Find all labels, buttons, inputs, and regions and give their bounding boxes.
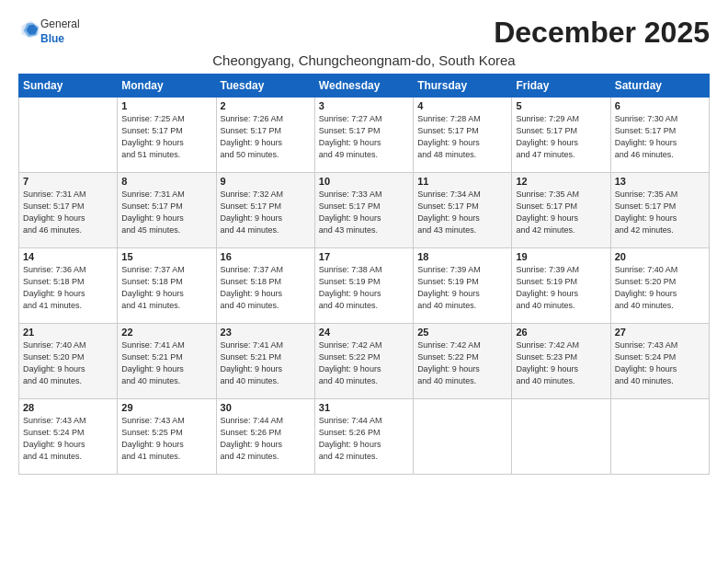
calendar-cell: 10Sunrise: 7:33 AM Sunset: 5:17 PM Dayli…: [314, 173, 413, 248]
calendar-cell: 30Sunrise: 7:44 AM Sunset: 5:26 PM Dayli…: [216, 399, 314, 475]
calendar-cell: 17Sunrise: 7:38 AM Sunset: 5:19 PM Dayli…: [314, 248, 413, 324]
calendar-cell: 15Sunrise: 7:37 AM Sunset: 5:18 PM Dayli…: [118, 248, 216, 324]
day-info: Sunrise: 7:31 AM Sunset: 5:17 PM Dayligh…: [23, 189, 113, 236]
calendar-cell: 7Sunrise: 7:31 AM Sunset: 5:17 PM Daylig…: [19, 173, 118, 248]
calendar-cell: 19Sunrise: 7:39 AM Sunset: 5:19 PM Dayli…: [512, 248, 610, 324]
day-number: 29: [121, 402, 211, 413]
calendar-cell: [512, 399, 610, 475]
calendar-cell: 12Sunrise: 7:35 AM Sunset: 5:17 PM Dayli…: [512, 173, 610, 248]
day-number: 8: [121, 176, 211, 187]
logo-blue: Blue: [40, 32, 64, 45]
logo-general: General: [40, 17, 80, 30]
day-number: 24: [319, 327, 409, 338]
day-number: 30: [221, 402, 311, 413]
title-block: December 2025: [494, 17, 710, 49]
logo-icon: [20, 19, 40, 40]
day-info: Sunrise: 7:27 AM Sunset: 5:17 PM Dayligh…: [319, 113, 409, 161]
day-info: Sunrise: 7:35 AM Sunset: 5:17 PM Dayligh…: [516, 189, 606, 236]
calendar-cell: 22Sunrise: 7:41 AM Sunset: 5:21 PM Dayli…: [118, 324, 216, 399]
day-info: Sunrise: 7:37 AM Sunset: 5:18 PM Dayligh…: [121, 264, 211, 312]
day-number: 20: [615, 251, 705, 262]
calendar-cell: 21Sunrise: 7:40 AM Sunset: 5:20 PM Dayli…: [19, 324, 118, 399]
day-info: Sunrise: 7:33 AM Sunset: 5:17 PM Dayligh…: [319, 189, 409, 236]
day-info: Sunrise: 7:40 AM Sunset: 5:20 PM Dayligh…: [615, 264, 705, 312]
day-info: Sunrise: 7:32 AM Sunset: 5:17 PM Dayligh…: [221, 189, 311, 236]
day-number: 15: [121, 251, 211, 262]
day-info: Sunrise: 7:30 AM Sunset: 5:17 PM Dayligh…: [615, 113, 705, 161]
day-number: 7: [23, 176, 113, 187]
calendar-cell: 14Sunrise: 7:36 AM Sunset: 5:18 PM Dayli…: [19, 248, 118, 324]
day-number: 16: [221, 251, 311, 262]
calendar-cell: 2Sunrise: 7:26 AM Sunset: 5:17 PM Daylig…: [216, 98, 314, 173]
calendar-cell: 11Sunrise: 7:34 AM Sunset: 5:17 PM Dayli…: [414, 173, 512, 248]
weekday-header: Wednesday: [314, 75, 413, 98]
day-info: Sunrise: 7:44 AM Sunset: 5:26 PM Dayligh…: [319, 415, 409, 463]
day-info: Sunrise: 7:34 AM Sunset: 5:17 PM Dayligh…: [417, 189, 507, 236]
calendar-cell: [610, 399, 709, 475]
day-info: Sunrise: 7:39 AM Sunset: 5:19 PM Dayligh…: [417, 264, 507, 312]
day-info: Sunrise: 7:42 AM Sunset: 5:22 PM Dayligh…: [319, 339, 409, 387]
day-info: Sunrise: 7:31 AM Sunset: 5:17 PM Dayligh…: [121, 189, 211, 236]
day-number: 10: [319, 176, 409, 187]
calendar-cell: 31Sunrise: 7:44 AM Sunset: 5:26 PM Dayli…: [314, 399, 413, 475]
calendar-week-row: 21Sunrise: 7:40 AM Sunset: 5:20 PM Dayli…: [19, 324, 710, 399]
calendar-week-row: 7Sunrise: 7:31 AM Sunset: 5:17 PM Daylig…: [19, 173, 710, 248]
calendar-week-row: 1Sunrise: 7:25 AM Sunset: 5:17 PM Daylig…: [19, 98, 710, 173]
day-number: 4: [417, 100, 507, 111]
calendar-header: SundayMondayTuesdayWednesdayThursdayFrid…: [19, 75, 710, 98]
calendar-cell: 9Sunrise: 7:32 AM Sunset: 5:17 PM Daylig…: [216, 173, 314, 248]
day-number: 25: [417, 327, 507, 338]
calendar-cell: 23Sunrise: 7:41 AM Sunset: 5:21 PM Dayli…: [216, 324, 314, 399]
calendar-cell: 1Sunrise: 7:25 AM Sunset: 5:17 PM Daylig…: [118, 98, 216, 173]
day-number: 28: [23, 402, 113, 413]
calendar-cell: [19, 98, 118, 173]
calendar-cell: 24Sunrise: 7:42 AM Sunset: 5:22 PM Dayli…: [314, 324, 413, 399]
logo: General Blue: [18, 17, 80, 45]
calendar-week-row: 14Sunrise: 7:36 AM Sunset: 5:18 PM Dayli…: [19, 248, 710, 324]
day-number: 31: [319, 402, 409, 413]
day-number: 12: [516, 176, 606, 187]
day-info: Sunrise: 7:36 AM Sunset: 5:18 PM Dayligh…: [23, 264, 113, 312]
day-number: 17: [319, 251, 409, 262]
day-number: 14: [23, 251, 113, 262]
weekday-header: Sunday: [19, 75, 118, 98]
weekday-header: Thursday: [414, 75, 512, 98]
day-number: 21: [23, 327, 113, 338]
calendar-cell: 18Sunrise: 7:39 AM Sunset: 5:19 PM Dayli…: [414, 248, 512, 324]
month-title: December 2025: [494, 17, 710, 49]
day-number: 13: [615, 176, 705, 187]
weekday-header: Friday: [512, 75, 610, 98]
day-info: Sunrise: 7:29 AM Sunset: 5:17 PM Dayligh…: [516, 113, 606, 161]
day-info: Sunrise: 7:42 AM Sunset: 5:23 PM Dayligh…: [516, 339, 606, 387]
day-info: Sunrise: 7:43 AM Sunset: 5:25 PM Dayligh…: [121, 415, 211, 463]
day-info: Sunrise: 7:38 AM Sunset: 5:19 PM Dayligh…: [319, 264, 409, 312]
calendar-cell: 13Sunrise: 7:35 AM Sunset: 5:17 PM Dayli…: [610, 173, 709, 248]
day-info: Sunrise: 7:25 AM Sunset: 5:17 PM Dayligh…: [121, 113, 211, 161]
day-info: Sunrise: 7:41 AM Sunset: 5:21 PM Dayligh…: [121, 339, 211, 387]
calendar-cell: 6Sunrise: 7:30 AM Sunset: 5:17 PM Daylig…: [610, 98, 709, 173]
weekday-header: Tuesday: [216, 75, 314, 98]
day-info: Sunrise: 7:26 AM Sunset: 5:17 PM Dayligh…: [221, 113, 311, 161]
day-info: Sunrise: 7:42 AM Sunset: 5:22 PM Dayligh…: [417, 339, 507, 387]
calendar-cell: 5Sunrise: 7:29 AM Sunset: 5:17 PM Daylig…: [512, 98, 610, 173]
calendar-cell: 25Sunrise: 7:42 AM Sunset: 5:22 PM Dayli…: [414, 324, 512, 399]
day-number: 19: [516, 251, 606, 262]
calendar-cell: 26Sunrise: 7:42 AM Sunset: 5:23 PM Dayli…: [512, 324, 610, 399]
logo-text: General Blue: [40, 17, 80, 45]
day-number: 9: [221, 176, 311, 187]
header: General Blue December 2025: [18, 17, 710, 49]
day-number: 5: [516, 100, 606, 111]
day-info: Sunrise: 7:41 AM Sunset: 5:21 PM Dayligh…: [221, 339, 311, 387]
calendar-cell: 28Sunrise: 7:43 AM Sunset: 5:24 PM Dayli…: [19, 399, 118, 475]
calendar-cell: 8Sunrise: 7:31 AM Sunset: 5:17 PM Daylig…: [118, 173, 216, 248]
calendar-body: 1Sunrise: 7:25 AM Sunset: 5:17 PM Daylig…: [19, 98, 710, 475]
day-number: 23: [221, 327, 311, 338]
calendar-cell: 27Sunrise: 7:43 AM Sunset: 5:24 PM Dayli…: [610, 324, 709, 399]
calendar-table: SundayMondayTuesdayWednesdayThursdayFrid…: [18, 74, 710, 475]
calendar-cell: [414, 399, 512, 475]
weekday-header: Saturday: [610, 75, 709, 98]
weekday-header: Monday: [118, 75, 216, 98]
day-number: 6: [615, 100, 705, 111]
day-number: 27: [615, 327, 705, 338]
day-number: 3: [319, 100, 409, 111]
